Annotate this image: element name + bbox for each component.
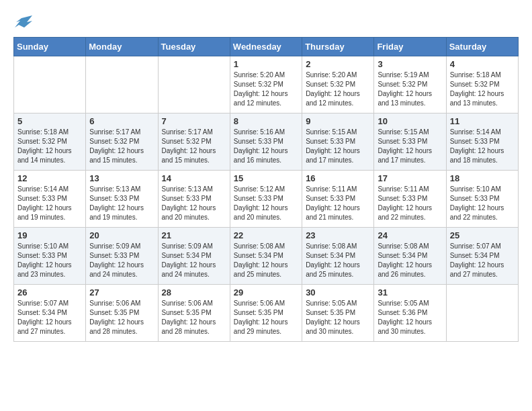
day-info: Sunrise: 5:14 AM Sunset: 5:33 PM Dayligh… <box>17 185 82 222</box>
calendar-cell: 31Sunrise: 5:05 AM Sunset: 5:36 PM Dayli… <box>374 285 446 342</box>
day-info: Sunrise: 5:10 AM Sunset: 5:33 PM Dayligh… <box>450 185 515 222</box>
calendar-cell: 16Sunrise: 5:11 AM Sunset: 5:33 PM Dayli… <box>302 171 374 228</box>
day-info: Sunrise: 5:05 AM Sunset: 5:35 PM Dayligh… <box>306 299 370 336</box>
calendar-cell: 22Sunrise: 5:08 AM Sunset: 5:34 PM Dayli… <box>230 228 302 285</box>
calendar-table: SundayMondayTuesdayWednesdayThursdayFrid… <box>13 37 519 342</box>
calendar-header-row: SundayMondayTuesdayWednesdayThursdayFrid… <box>14 38 519 56</box>
day-info: Sunrise: 5:15 AM Sunset: 5:33 PM Dayligh… <box>306 128 370 165</box>
day-number: 3 <box>378 59 442 69</box>
calendar-cell: 1Sunrise: 5:20 AM Sunset: 5:32 PM Daylig… <box>230 56 302 113</box>
day-info: Sunrise: 5:20 AM Sunset: 5:32 PM Dayligh… <box>234 71 298 108</box>
calendar-cell <box>86 56 158 113</box>
weekday-header-tuesday: Tuesday <box>158 38 230 56</box>
calendar-cell: 9Sunrise: 5:15 AM Sunset: 5:33 PM Daylig… <box>302 113 374 171</box>
day-info: Sunrise: 5:06 AM Sunset: 5:35 PM Dayligh… <box>234 299 298 336</box>
logo-bird-icon <box>15 15 32 30</box>
day-info: Sunrise: 5:16 AM Sunset: 5:33 PM Dayligh… <box>234 128 298 165</box>
calendar-cell: 18Sunrise: 5:10 AM Sunset: 5:33 PM Dayli… <box>446 171 518 228</box>
calendar-cell: 17Sunrise: 5:11 AM Sunset: 5:33 PM Dayli… <box>374 171 446 228</box>
svg-marker-0 <box>15 15 32 28</box>
logo-text <box>13 13 32 30</box>
calendar-week-row: 26Sunrise: 5:07 AM Sunset: 5:34 PM Dayli… <box>14 285 519 342</box>
day-info: Sunrise: 5:11 AM Sunset: 5:33 PM Dayligh… <box>378 185 442 222</box>
day-info: Sunrise: 5:07 AM Sunset: 5:34 PM Dayligh… <box>450 242 515 279</box>
calendar-cell <box>158 56 230 113</box>
day-number: 17 <box>378 173 442 183</box>
day-info: Sunrise: 5:06 AM Sunset: 5:35 PM Dayligh… <box>89 299 154 336</box>
day-number: 9 <box>306 116 370 126</box>
day-number: 13 <box>89 173 154 183</box>
calendar-cell: 26Sunrise: 5:07 AM Sunset: 5:34 PM Dayli… <box>14 285 86 342</box>
calendar-cell: 6Sunrise: 5:17 AM Sunset: 5:32 PM Daylig… <box>86 113 158 171</box>
calendar-cell: 15Sunrise: 5:12 AM Sunset: 5:33 PM Dayli… <box>230 171 302 228</box>
weekday-header-sunday: Sunday <box>14 38 86 56</box>
day-number: 10 <box>378 116 442 126</box>
day-number: 25 <box>450 230 515 240</box>
day-info: Sunrise: 5:08 AM Sunset: 5:34 PM Dayligh… <box>234 242 298 279</box>
day-number: 14 <box>162 173 226 183</box>
day-info: Sunrise: 5:07 AM Sunset: 5:34 PM Dayligh… <box>17 299 82 336</box>
calendar-cell: 21Sunrise: 5:09 AM Sunset: 5:34 PM Dayli… <box>158 228 230 285</box>
calendar-cell: 28Sunrise: 5:06 AM Sunset: 5:35 PM Dayli… <box>158 285 230 342</box>
day-number: 28 <box>162 287 226 298</box>
day-info: Sunrise: 5:18 AM Sunset: 5:32 PM Dayligh… <box>17 128 82 165</box>
day-info: Sunrise: 5:18 AM Sunset: 5:32 PM Dayligh… <box>450 71 515 108</box>
calendar-cell: 30Sunrise: 5:05 AM Sunset: 5:35 PM Dayli… <box>302 285 374 342</box>
day-number: 1 <box>234 59 298 69</box>
calendar-cell: 25Sunrise: 5:07 AM Sunset: 5:34 PM Dayli… <box>446 228 518 285</box>
day-number: 24 <box>378 230 442 240</box>
calendar-cell: 24Sunrise: 5:08 AM Sunset: 5:34 PM Dayli… <box>374 228 446 285</box>
weekday-header-thursday: Thursday <box>302 38 374 56</box>
day-number: 2 <box>306 59 370 69</box>
day-number: 16 <box>306 173 370 183</box>
calendar-cell: 19Sunrise: 5:10 AM Sunset: 5:33 PM Dayli… <box>14 228 86 285</box>
day-number: 30 <box>306 287 370 298</box>
day-number: 5 <box>17 116 82 126</box>
calendar-week-row: 5Sunrise: 5:18 AM Sunset: 5:32 PM Daylig… <box>14 113 519 171</box>
day-number: 11 <box>450 116 515 126</box>
day-number: 23 <box>306 230 370 240</box>
day-info: Sunrise: 5:19 AM Sunset: 5:32 PM Dayligh… <box>378 71 442 108</box>
day-number: 4 <box>450 59 515 69</box>
day-info: Sunrise: 5:15 AM Sunset: 5:33 PM Dayligh… <box>378 128 442 165</box>
weekday-header-saturday: Saturday <box>446 38 518 56</box>
day-info: Sunrise: 5:14 AM Sunset: 5:33 PM Dayligh… <box>450 128 515 165</box>
calendar-cell: 11Sunrise: 5:14 AM Sunset: 5:33 PM Dayli… <box>446 113 518 171</box>
calendar-cell <box>446 285 518 342</box>
day-number: 6 <box>89 116 154 126</box>
calendar-cell: 12Sunrise: 5:14 AM Sunset: 5:33 PM Dayli… <box>14 171 86 228</box>
day-info: Sunrise: 5:06 AM Sunset: 5:35 PM Dayligh… <box>162 299 226 336</box>
day-info: Sunrise: 5:13 AM Sunset: 5:33 PM Dayligh… <box>89 185 154 222</box>
calendar-cell: 5Sunrise: 5:18 AM Sunset: 5:32 PM Daylig… <box>14 113 86 171</box>
weekday-header-wednesday: Wednesday <box>230 38 302 56</box>
calendar-cell: 4Sunrise: 5:18 AM Sunset: 5:32 PM Daylig… <box>446 56 518 113</box>
calendar-cell: 14Sunrise: 5:13 AM Sunset: 5:33 PM Dayli… <box>158 171 230 228</box>
day-info: Sunrise: 5:11 AM Sunset: 5:33 PM Dayligh… <box>306 185 370 222</box>
calendar-cell <box>14 56 86 113</box>
calendar-cell: 2Sunrise: 5:20 AM Sunset: 5:32 PM Daylig… <box>302 56 374 113</box>
day-number: 27 <box>89 287 154 298</box>
day-number: 8 <box>234 116 298 126</box>
calendar-week-row: 12Sunrise: 5:14 AM Sunset: 5:33 PM Dayli… <box>14 171 519 228</box>
day-info: Sunrise: 5:17 AM Sunset: 5:32 PM Dayligh… <box>162 128 226 165</box>
day-number: 15 <box>234 173 298 183</box>
calendar-week-row: 19Sunrise: 5:10 AM Sunset: 5:33 PM Dayli… <box>14 228 519 285</box>
day-info: Sunrise: 5:09 AM Sunset: 5:33 PM Dayligh… <box>89 242 154 279</box>
calendar-cell: 20Sunrise: 5:09 AM Sunset: 5:33 PM Dayli… <box>86 228 158 285</box>
calendar-cell: 3Sunrise: 5:19 AM Sunset: 5:32 PM Daylig… <box>374 56 446 113</box>
day-info: Sunrise: 5:13 AM Sunset: 5:33 PM Dayligh… <box>162 185 226 222</box>
calendar-cell: 23Sunrise: 5:08 AM Sunset: 5:34 PM Dayli… <box>302 228 374 285</box>
calendar-cell: 13Sunrise: 5:13 AM Sunset: 5:33 PM Dayli… <box>86 171 158 228</box>
calendar-cell: 10Sunrise: 5:15 AM Sunset: 5:33 PM Dayli… <box>374 113 446 171</box>
day-number: 7 <box>162 116 226 126</box>
calendar-cell: 8Sunrise: 5:16 AM Sunset: 5:33 PM Daylig… <box>230 113 302 171</box>
day-info: Sunrise: 5:20 AM Sunset: 5:32 PM Dayligh… <box>306 71 370 108</box>
day-number: 22 <box>234 230 298 240</box>
calendar-cell: 27Sunrise: 5:06 AM Sunset: 5:35 PM Dayli… <box>86 285 158 342</box>
day-info: Sunrise: 5:05 AM Sunset: 5:36 PM Dayligh… <box>378 299 442 336</box>
day-info: Sunrise: 5:17 AM Sunset: 5:32 PM Dayligh… <box>89 128 154 165</box>
day-number: 26 <box>17 287 82 298</box>
weekday-header-friday: Friday <box>374 38 446 56</box>
page-header <box>13 13 519 30</box>
day-number: 29 <box>234 287 298 298</box>
